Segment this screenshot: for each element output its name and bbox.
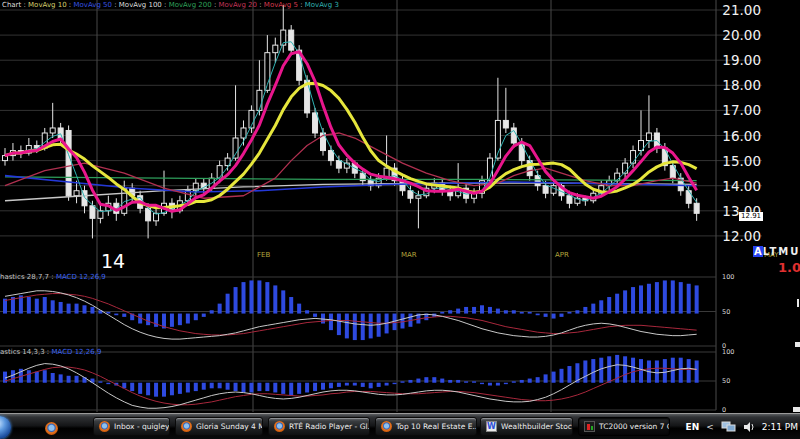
legend-item: MovAvg 200 [169,1,212,9]
scrollbar-tick[interactable] [797,299,799,307]
legend-item: MovAvg 100 [119,1,162,9]
stoch-k-line [5,291,697,339]
taskbar-button-label: Inbox - quigleycomp... [114,422,170,431]
price-axis-label: 12.00 [703,228,761,244]
oscillator-axis-label: 50 [722,308,730,316]
taskbar: Inbox - quigleycomp...Gloria Sunday 4 Ma… [0,413,800,439]
panel-resize-handle[interactable] [793,407,800,412]
month-label: MAR [401,251,417,259]
candles-series [3,5,700,238]
taskbar-button-label: RTÉ Radio Player - Gl... [289,422,370,431]
price-axis-label: 20.00 [703,27,761,43]
oscillator-axis-label: 100 [722,348,734,356]
taskbar-button[interactable]: WWealthbuilder Stock ... [480,417,573,436]
price-axis-label: 16.00 [703,128,761,144]
legend-item: : [298,1,305,9]
taskbar-button[interactable]: Inbox - quigleycomp... [93,417,170,436]
legend-item: : [257,1,264,9]
network-icon[interactable] [721,421,736,433]
taskbar-button-label: Wealthbuilder Stock ... [501,422,573,431]
last-price-badge: 12.91 [739,212,763,221]
legend-item: MovAvg 10 [28,1,67,9]
system-tray: EN < 2:11 PM [686,414,799,439]
legend-item: MovAvg 5 [264,1,298,9]
legend-item: MovAvg 50 [73,1,112,9]
taskbar-button-label: TC2000 version 7 Gol... [599,422,670,431]
symbol-rest: LTMU [763,246,800,257]
legend-item: Chart [2,1,21,9]
panel-resize-handle[interactable] [795,342,800,347]
month-label: APR [555,251,569,259]
price-axis-label: 15.00 [703,153,761,169]
macd-histogram [3,280,699,340]
oscillator-panel-label: astics 14,3,3 : MACD 12,26,9 [0,348,101,356]
volume-icon[interactable] [743,421,755,433]
price-axis-label: 21.00 [703,2,761,18]
language-indicator[interactable]: EN [686,422,700,432]
legend-item: : [112,1,119,9]
ma-line-movavg-10 [5,83,697,207]
firefox-icon [99,421,110,432]
legend-item: : [162,1,169,9]
start-button[interactable] [0,416,11,439]
firefox-icon [381,421,392,432]
taskbar-button[interactable]: RTÉ Radio Player - Gl... [268,417,370,436]
stoch-d-line [5,294,697,335]
legend-item: MovAvg 20 [218,1,257,9]
firefox-icon [181,421,192,432]
word-icon: W [486,421,497,432]
symbol-highlighted-char: A [753,246,763,257]
price-axis-label: 14.00 [703,178,761,194]
firefox-icon [274,421,285,432]
price-axis-label: 17.00 [703,102,761,118]
period-label: 14 [101,250,125,272]
taskbar-button[interactable]: Top 10 Real Estate E... [375,417,477,436]
symbol-entry-field[interactable]: ALTMU [753,246,800,257]
taskbar-button[interactable]: TC2000 version 7 Gol... [578,417,670,436]
corner-value: 1.0 [778,260,800,275]
quick-launch-firefox[interactable] [45,420,58,439]
tray-collapse-chevron[interactable]: < [706,422,714,432]
desktop-screen: Chart : MovAvg 10 : MovAvg 50 : MovAvg 1… [0,0,800,439]
chart-legend: Chart : MovAvg 10 : MovAvg 50 : MovAvg 1… [2,1,339,9]
clock[interactable]: 2:11 PM [762,422,798,432]
tc2000-icon [584,421,595,432]
oscillator-axis-label: 50 [722,377,730,385]
taskbar-button[interactable]: Gloria Sunday 4 May ... [175,417,263,436]
firefox-icon [45,422,58,435]
month-label: FEB [257,251,270,259]
price-axis-label: 19.00 [703,52,761,68]
oscillator-panel-label: hastics 28,7,7 : MACD 12,26,9 [0,273,106,281]
price-axis-label: 18.00 [703,77,761,93]
taskbar-button-label: Top 10 Real Estate E... [396,422,477,431]
oscillator-axis-label: 100 [722,273,734,281]
legend-item: MovAvg 3 [305,1,339,9]
taskbar-button-label: Gloria Sunday 4 May ... [196,422,263,431]
chart-canvas[interactable] [0,0,800,413]
